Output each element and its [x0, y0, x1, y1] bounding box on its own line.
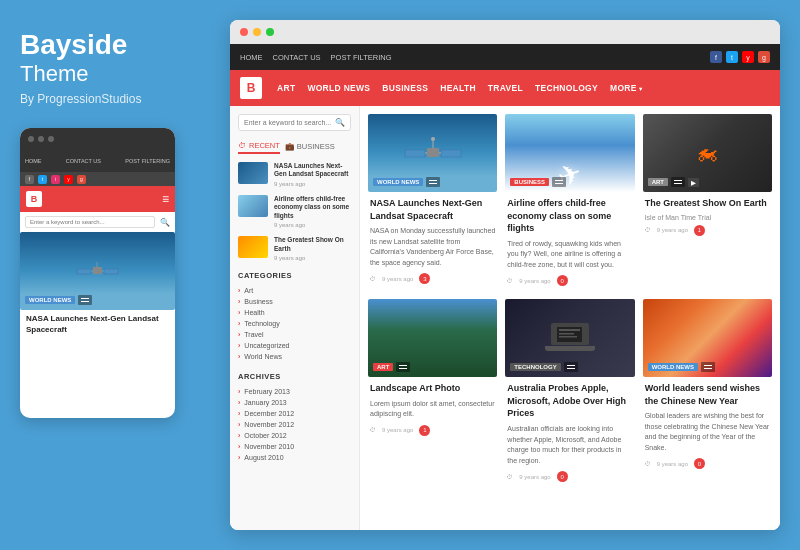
- clock-icon-show: ⏱: [645, 227, 651, 233]
- sidebar-search-icon[interactable]: 🔍: [335, 118, 345, 127]
- sidebar-archive-nov2010[interactable]: November 2010: [238, 441, 351, 452]
- mobile-dot-2: [38, 136, 44, 142]
- desktop-menu-business[interactable]: BUSINESS: [382, 83, 428, 93]
- article-excerpt-australia: Australian officials are looking into wh…: [507, 424, 632, 466]
- mobile-facebook-icon[interactable]: f: [25, 175, 34, 184]
- article-card-show: 🏍 ART ▶ The Greatest Show: [643, 114, 772, 291]
- video-tag-show: ▶: [688, 178, 699, 187]
- article-content-show: The Greatest Show On Earth Isle of Man T…: [643, 192, 772, 241]
- sidebar-archives-title: ARCHIVES: [238, 372, 351, 381]
- sidebar-item-text-airline: Airline offers child-free economy class …: [274, 195, 351, 228]
- svg-rect-1: [77, 269, 91, 274]
- article-title-australia[interactable]: Australia Probes Apple, Microsoft, Adobe…: [507, 382, 632, 420]
- desktop-youtube-icon[interactable]: y: [742, 51, 754, 63]
- sidebar-recent-2[interactable]: Airline offers child-free economy class …: [238, 195, 351, 228]
- clock-icon-world-leaders: ⏱: [645, 461, 651, 467]
- article-card-airline: ✈ BUSINESS Airline offers child-free eco…: [505, 114, 634, 291]
- article-card-world-leaders: WORLD NEWS World leaders send wishes the…: [643, 299, 772, 487]
- desktop-menu-health[interactable]: HEALTH: [440, 83, 476, 93]
- sidebar-thumb-airline: [238, 195, 268, 217]
- desktop-twitter-icon[interactable]: t: [726, 51, 738, 63]
- mobile-nav-filtering[interactable]: POST FILTERING: [125, 158, 170, 164]
- mobile-hamburger-icon[interactable]: ≡: [162, 192, 169, 206]
- mobile-google-icon[interactable]: g: [77, 175, 86, 184]
- mobile-logo: B: [26, 191, 42, 207]
- desktop-main-content: WORLD NEWS NASA Launches Next-Gen Landsa…: [360, 106, 780, 530]
- mobile-youtube-icon[interactable]: y: [64, 175, 73, 184]
- desktop-nav-contact[interactable]: CONTACT US: [273, 53, 321, 62]
- clock-icon-landscape: ⏱: [370, 427, 376, 433]
- sidebar-cat-uncategorized[interactable]: Uncategorized: [238, 340, 351, 351]
- sidebar-cat-travel[interactable]: Travel: [238, 329, 351, 340]
- mobile-nav-contact[interactable]: CONTACT US: [66, 158, 101, 164]
- sidebar-recent-3[interactable]: The Greatest Show On Earth 9 years ago: [238, 236, 351, 261]
- desktop-nav-home[interactable]: HOME: [240, 53, 263, 62]
- sidebar-search-input[interactable]: [244, 119, 335, 126]
- article-title-world-leaders[interactable]: World leaders send wishes the Chinese Ne…: [645, 382, 770, 407]
- article-content-airline: Airline offers child-free economy class …: [505, 192, 634, 291]
- sidebar-cat-health[interactable]: Health: [238, 307, 351, 318]
- svg-rect-15: [559, 333, 574, 335]
- articles-grid: WORLD NEWS NASA Launches Next-Gen Landsa…: [368, 114, 772, 487]
- desktop-nav-filtering[interactable]: POST FILTERING: [331, 53, 392, 62]
- desktop-menu-travel[interactable]: TRAVEL: [488, 83, 523, 93]
- sidebar-item-text-nasa: NASA Launches Next-Gen Landsat Spacecraf…: [274, 162, 351, 187]
- mobile-instagram-icon[interactable]: i: [51, 175, 60, 184]
- article-title-airline[interactable]: Airline offers child-free economy class …: [507, 197, 632, 235]
- sidebar-cat-art[interactable]: Art: [238, 285, 351, 296]
- article-image-show: 🏍 ART ▶: [643, 114, 772, 192]
- article-comments-australia: 0: [557, 471, 568, 482]
- sidebar-tab-business[interactable]: 💼 BUSINESS: [285, 141, 335, 154]
- sidebar-archive-feb2013[interactable]: February 2013: [238, 386, 351, 397]
- article-content-australia: Australia Probes Apple, Microsoft, Adobe…: [505, 377, 634, 487]
- article-meta-nasa: ⏱ 9 years ago 3: [370, 273, 495, 284]
- sidebar-archive-jan2013[interactable]: January 2013: [238, 397, 351, 408]
- mobile-nav-home[interactable]: HOME: [25, 158, 42, 164]
- clock-icon: ⏱: [238, 141, 246, 150]
- sidebar-item-date-airline: 9 years ago: [274, 222, 351, 228]
- sidebar-item-title-show: The Greatest Show On Earth: [274, 236, 351, 253]
- tag-menu-world-leaders: [701, 362, 715, 372]
- brand-by: By ProgressionStudios: [20, 92, 210, 106]
- sidebar-archive-dec2012[interactable]: December 2012: [238, 408, 351, 419]
- desktop-mockup: HOME CONTACT US POST FILTERING f t y g B…: [230, 20, 780, 530]
- article-image-airline: ✈ BUSINESS: [505, 114, 634, 192]
- article-title-show[interactable]: The Greatest Show On Earth: [645, 197, 770, 210]
- article-excerpt-landscape: Lorem ipsum dolor sit amet, consectetur …: [370, 399, 495, 420]
- article-image-landscape: ART: [368, 299, 497, 377]
- mobile-search-input[interactable]: [25, 216, 155, 228]
- sidebar-archive-oct2012[interactable]: October 2012: [238, 430, 351, 441]
- tag-menu-australia: [564, 362, 578, 372]
- mobile-twitter-icon[interactable]: t: [38, 175, 47, 184]
- page-container: Bayside Theme By ProgressionStudios HOME…: [0, 0, 800, 550]
- article-card-nasa: WORLD NEWS NASA Launches Next-Gen Landsa…: [368, 114, 497, 291]
- sidebar-recent-1[interactable]: NASA Launches Next-Gen Landsat Spacecraf…: [238, 162, 351, 187]
- article-image-australia: TECHNOLOGY: [505, 299, 634, 377]
- mobile-search-icon[interactable]: 🔍: [160, 218, 170, 227]
- tag-menu-landscape: [396, 362, 410, 372]
- desktop-menu-more[interactable]: MORE ▾: [610, 83, 642, 93]
- article-title-landscape[interactable]: Landscape Art Photo: [370, 382, 495, 395]
- mobile-article-title: NASA Launches Next-Gen Landsat Spacecraf…: [26, 314, 169, 335]
- tag-label-landscape: ART: [373, 363, 393, 371]
- article-comments-nasa: 3: [419, 273, 430, 284]
- sidebar-cat-world-news[interactable]: World News: [238, 351, 351, 362]
- sidebar-cat-business[interactable]: Business: [238, 296, 351, 307]
- sidebar-archive-aug2010[interactable]: August 2010: [238, 452, 351, 463]
- desktop-logo: B: [240, 77, 262, 99]
- article-title-nasa[interactable]: NASA Launches Next-Gen Landsat Spacecraf…: [370, 197, 495, 222]
- desktop-facebook-icon[interactable]: f: [710, 51, 722, 63]
- sidebar-archive-nov2012[interactable]: November 2012: [238, 419, 351, 430]
- sidebar-categories-list: Art Business Health Technology Travel Un…: [238, 285, 351, 362]
- mobile-article-image: WORLD NEWS: [20, 232, 175, 310]
- svg-rect-7: [405, 150, 425, 157]
- article-date-airline: 9 years ago: [519, 278, 550, 284]
- desktop-menu-technology[interactable]: TECHNOLOGY: [535, 83, 598, 93]
- sidebar-tab-recent[interactable]: ⏱ RECENT: [238, 141, 280, 154]
- desktop-menu-art[interactable]: ART: [277, 83, 295, 93]
- article-meta-world-leaders: ⏱ 9 years ago 0: [645, 458, 770, 469]
- desktop-menu-world-news[interactable]: WORLD NEWS: [307, 83, 370, 93]
- tag-label-airline: BUSINESS: [510, 178, 549, 186]
- desktop-googleplus-icon[interactable]: g: [758, 51, 770, 63]
- sidebar-cat-technology[interactable]: Technology: [238, 318, 351, 329]
